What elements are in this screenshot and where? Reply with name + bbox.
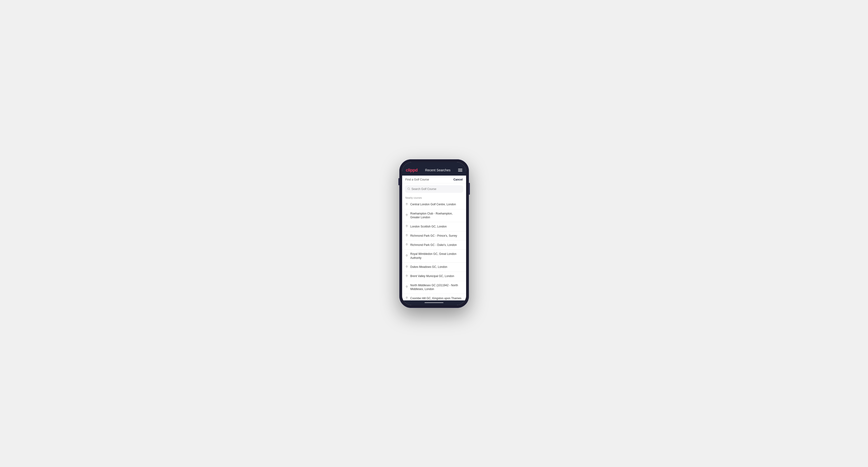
- course-name: North Middlesex GC (1011942 - North Midd…: [410, 283, 463, 291]
- svg-point-3: [406, 215, 407, 215]
- hamburger-line-1: [458, 169, 462, 169]
- course-list-item[interactable]: Brent Valley Municipal GC, London: [402, 272, 466, 281]
- nearby-section: Nearby courses Central London Golf Centr…: [402, 195, 466, 301]
- pin-icon: [405, 203, 408, 207]
- course-list-item[interactable]: Dukes Meadows GC, London: [402, 262, 466, 272]
- pin-icon: [405, 254, 408, 258]
- pin-icon: [405, 297, 408, 300]
- course-name: Royal Wimbledon GC, Great London Authori…: [410, 252, 463, 260]
- search-icon: [407, 187, 410, 191]
- pin-icon: [405, 265, 408, 269]
- nav-title: Recent Searches: [425, 168, 450, 172]
- nav-header: clippd Recent Searches: [402, 165, 466, 176]
- status-bar: [402, 162, 466, 165]
- svg-line-1: [409, 189, 410, 190]
- svg-point-10: [406, 286, 407, 287]
- svg-point-4: [406, 226, 407, 226]
- course-list-item[interactable]: Richmond Park GC - Duke's, London: [402, 241, 466, 250]
- svg-point-9: [406, 275, 407, 276]
- course-name: Roehampton Club - Roehampton, Greater Lo…: [410, 212, 463, 220]
- course-name: Coombe Hill GC, Kingston upon Thames: [410, 297, 462, 301]
- course-name: Richmond Park GC - Duke's, London: [410, 243, 457, 247]
- course-list-item[interactable]: Roehampton Club - Roehampton, Greater Lo…: [402, 209, 466, 222]
- course-list-item[interactable]: Coombe Hill GC, Kingston upon Thames: [402, 294, 466, 300]
- pin-icon: [405, 214, 408, 218]
- course-name: Central London Golf Centre, London: [410, 203, 456, 207]
- home-bar: [425, 302, 443, 303]
- course-name: London Scottish GC, London: [410, 225, 447, 229]
- pin-icon: [405, 285, 408, 289]
- svg-point-11: [406, 297, 407, 298]
- search-input[interactable]: [411, 187, 461, 191]
- hamburger-menu-button[interactable]: [458, 169, 462, 172]
- svg-point-8: [406, 266, 407, 267]
- course-list-item[interactable]: London Scottish GC, London: [402, 222, 466, 231]
- pin-icon: [405, 225, 408, 229]
- search-input-wrapper: [405, 185, 463, 193]
- pin-icon: [405, 234, 408, 238]
- svg-point-6: [406, 244, 407, 245]
- hamburger-line-2: [458, 170, 462, 170]
- find-bar: Find a Golf Course Cancel: [402, 176, 466, 183]
- home-indicator: [402, 301, 466, 305]
- cancel-button[interactable]: Cancel: [453, 178, 463, 181]
- course-list-item[interactable]: Royal Wimbledon GC, Great London Authori…: [402, 250, 466, 262]
- course-name: Brent Valley Municipal GC, London: [410, 274, 454, 278]
- pin-icon: [405, 275, 408, 278]
- pin-icon: [405, 243, 408, 247]
- hamburger-line-3: [458, 171, 462, 172]
- course-name: Richmond Park GC - Prince's, Surrey: [410, 234, 457, 238]
- course-name: Dukes Meadows GC, London: [410, 265, 447, 269]
- svg-point-7: [406, 255, 407, 255]
- phone-frame: clippd Recent Searches Find a Golf Cours…: [399, 159, 469, 308]
- svg-point-2: [406, 204, 407, 204]
- svg-point-5: [406, 235, 407, 235]
- course-list-item[interactable]: Richmond Park GC - Prince's, Surrey: [402, 231, 466, 241]
- app-logo: clippd: [406, 168, 418, 173]
- course-list-item[interactable]: North Middlesex GC (1011942 - North Midd…: [402, 281, 466, 294]
- phone-screen: clippd Recent Searches Find a Golf Cours…: [402, 162, 466, 305]
- content-area: Find a Golf Course Cancel Nearby: [402, 176, 466, 301]
- course-list-item[interactable]: Central London Golf Centre, London: [402, 200, 466, 209]
- course-list: Central London Golf Centre, London Roeha…: [402, 200, 466, 301]
- search-container: [402, 183, 466, 195]
- find-label: Find a Golf Course: [405, 178, 429, 181]
- nearby-label: Nearby courses: [402, 195, 466, 200]
